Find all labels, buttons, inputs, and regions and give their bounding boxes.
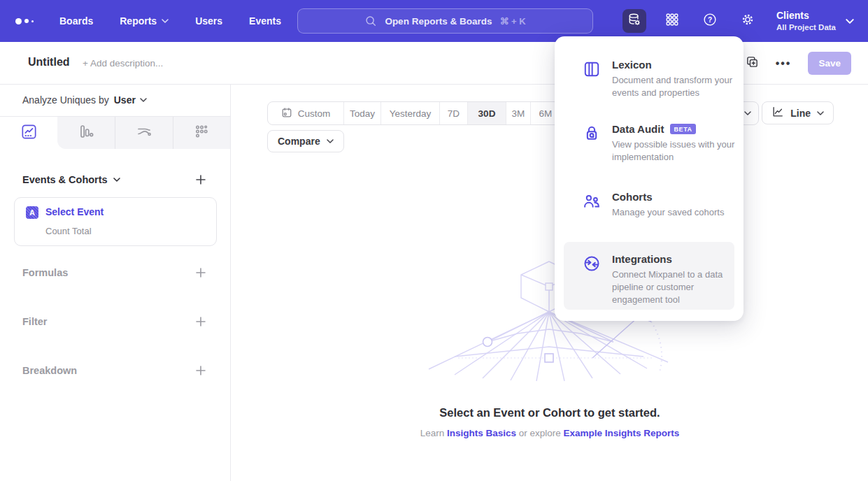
report-header-actions: ••• Save — [746, 42, 851, 85]
analyze-label: Analyze Uniques by — [22, 94, 109, 106]
select-event-label[interactable]: Select Event — [45, 206, 104, 217]
report-title[interactable]: Untitled — [28, 56, 70, 69]
breakdown-section-header: Breakdown — [22, 365, 77, 376]
metrics-grid-tab-icon — [193, 123, 210, 143]
chart-area: Custom Today Yesterday 7D 30D 3M 6M Line — [232, 85, 868, 481]
nav-item-events[interactable]: Events — [249, 15, 281, 27]
chevron-down-icon — [162, 19, 169, 23]
org-name: Clients — [776, 10, 836, 22]
more-options-button[interactable]: ••• — [776, 57, 792, 70]
nav-item-boards[interactable]: Boards — [59, 15, 93, 27]
date-range-custom[interactable]: Custom — [268, 102, 343, 124]
empty-state-links: Learn Insights Basics or explore Example… — [232, 428, 868, 438]
duplicate-icon — [746, 55, 759, 71]
date-range-3m[interactable]: 3M — [506, 102, 530, 124]
menu-item-description: Manage your saved cohorts — [612, 206, 738, 219]
chart-type-tabs — [0, 116, 230, 149]
nav-right-cluster: ? Clients All Project Data — [622, 0, 854, 42]
project-scope: All Project Data — [776, 22, 836, 32]
insights-report-page: Boards Reports Users Events Open Reports… — [0, 0, 868, 481]
menu-item-title: Cohorts — [612, 191, 738, 203]
tab-metrics-grid[interactable] — [173, 117, 230, 149]
learn-prefix: Learn — [420, 428, 445, 438]
chevron-down-icon — [846, 19, 854, 24]
insights-basics-link[interactable]: Insights Basics — [447, 428, 516, 438]
save-button[interactable]: Save — [808, 52, 851, 75]
add-filter-button[interactable] — [195, 316, 206, 327]
analyze-value-dropdown[interactable]: User — [114, 94, 147, 106]
empty-state-title: Select an Event or Cohort to get started… — [232, 406, 868, 419]
example-reports-link[interactable]: Example Insights Reports — [564, 428, 680, 438]
apps-grid-button[interactable] — [660, 9, 684, 33]
menu-item-description: Document and transform your events and p… — [612, 74, 738, 99]
beta-badge: BETA — [670, 124, 695, 134]
count-total-label[interactable]: Count Total — [45, 226, 92, 236]
line-chart-icon — [771, 106, 784, 120]
global-search-input[interactable]: Open Reports & Boards ⌘ + K — [297, 8, 593, 34]
chevron-down-icon — [113, 178, 120, 182]
mixpanel-logo-icon[interactable] — [15, 17, 34, 25]
chevron-down-icon — [817, 111, 824, 115]
menu-item-cohorts[interactable]: Cohorts Manage your saved cohorts — [583, 191, 731, 219]
calendar-icon — [281, 107, 292, 120]
events-cohorts-header[interactable]: Events & Cohorts — [22, 174, 120, 185]
help-icon: ? — [702, 12, 718, 30]
chart-type-tabs-unselected — [57, 117, 230, 149]
data-management-dropdown-panel: Lexicon Document and transform your even… — [555, 36, 744, 321]
bar-chart-tab-icon — [78, 123, 94, 143]
add-event-button[interactable] — [195, 174, 206, 185]
apps-grid-icon — [664, 12, 680, 30]
chevron-down-icon — [140, 98, 147, 102]
nav-item-reports[interactable]: Reports — [120, 15, 169, 27]
integrations-icon — [583, 254, 601, 273]
top-navigation-bar: Boards Reports Users Events Open Reports… — [0, 0, 868, 42]
database-gear-icon — [627, 12, 642, 30]
search-icon — [364, 15, 377, 27]
menu-item-description: Connect Mixpanel to a data pipeline or c… — [612, 268, 738, 306]
date-range-7d[interactable]: 7D — [439, 102, 467, 124]
svg-text:?: ? — [708, 16, 712, 24]
middle-text: or explore — [519, 428, 561, 438]
chevron-down-icon — [327, 139, 334, 143]
tab-flow-chart[interactable] — [115, 117, 172, 149]
analyze-uniques-row: Analyze Uniques by User — [22, 94, 147, 106]
menu-item-integrations[interactable]: Integrations Connect Mixpanel to a data … — [583, 253, 731, 306]
event-selector-card[interactable]: A Select Event Count Total — [14, 197, 217, 246]
menu-item-description: View possible issues with your implement… — [612, 138, 738, 164]
chevron-down-icon — [744, 111, 751, 115]
menu-item-lexicon[interactable]: Lexicon Document and transform your even… — [583, 59, 731, 99]
lexicon-icon — [583, 60, 601, 78]
flow-tab-icon — [136, 123, 152, 143]
help-button[interactable]: ? — [698, 9, 722, 33]
project-switcher[interactable]: Clients All Project Data — [776, 10, 854, 32]
date-range-yesterday[interactable]: Yesterday — [380, 102, 439, 124]
data-management-button[interactable] — [622, 9, 646, 33]
add-formula-button[interactable] — [195, 267, 206, 278]
cohorts-icon — [583, 192, 601, 210]
settings-button[interactable] — [736, 9, 760, 33]
menu-item-title: Integrations — [612, 253, 738, 265]
add-breakdown-button[interactable] — [195, 365, 206, 376]
menu-item-title: Data Audit — [612, 123, 664, 135]
chart-type-dropdown[interactable]: Line — [762, 101, 834, 124]
tab-bar-chart[interactable] — [57, 117, 115, 149]
search-shortcut: ⌘ + K — [499, 16, 525, 27]
duplicate-report-button[interactable] — [746, 55, 759, 71]
nav-links: Boards Reports Users Events — [59, 0, 281, 42]
filter-section-header: Filter — [22, 316, 47, 327]
event-series-badge: A — [26, 206, 38, 219]
formulas-section-header: Formulas — [22, 267, 68, 278]
date-range-today[interactable]: Today — [343, 102, 380, 124]
menu-item-data-audit[interactable]: Data Audit BETA View possible issues wit… — [583, 123, 731, 164]
menu-item-title: Lexicon — [612, 59, 738, 71]
date-range-30d-selected[interactable]: 30D — [467, 102, 506, 124]
compare-dropdown[interactable]: Compare — [267, 130, 344, 152]
data-audit-icon — [583, 124, 601, 143]
nav-item-users[interactable]: Users — [195, 15, 222, 27]
search-placeholder: Open Reports & Boards — [385, 16, 492, 27]
line-chart-tab-icon — [20, 123, 38, 143]
report-description-placeholder[interactable]: + Add description... — [83, 58, 163, 69]
tab-line-chart[interactable] — [0, 117, 57, 149]
query-builder-sidebar: Analyze Uniques by User — [0, 85, 231, 481]
gear-icon — [740, 12, 755, 30]
